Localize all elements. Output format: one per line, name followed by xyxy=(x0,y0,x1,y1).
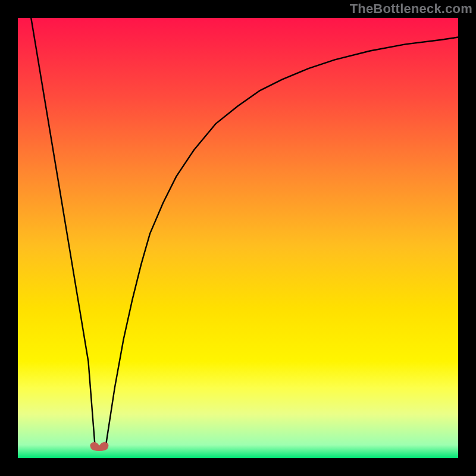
plot-area xyxy=(18,18,458,458)
chart-frame: TheBottleneck.com xyxy=(0,0,476,476)
curve-right xyxy=(106,37,458,445)
watermark-text: TheBottleneck.com xyxy=(350,1,472,17)
curve-left xyxy=(31,18,95,445)
chart-svg xyxy=(18,18,458,458)
heart-marker xyxy=(90,443,108,451)
